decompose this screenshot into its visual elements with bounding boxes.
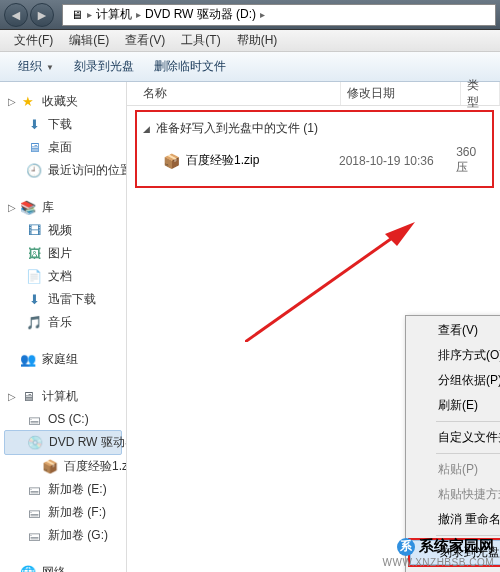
tool-organize[interactable]: 组织 bbox=[8, 54, 64, 79]
sidebar-item-file-zip[interactable]: 📦百度经验1.zip bbox=[4, 455, 122, 478]
sidebar-item-music[interactable]: 🎵音乐 bbox=[4, 311, 122, 334]
sidebar-label: 计算机 bbox=[42, 388, 78, 405]
column-name[interactable]: 名称 bbox=[137, 82, 341, 105]
sidebar-label: 下载 bbox=[48, 116, 72, 133]
annotation-arrow bbox=[245, 222, 415, 342]
cm-refresh[interactable]: 刷新(E) bbox=[408, 393, 500, 418]
sidebar-label: 音乐 bbox=[48, 314, 72, 331]
sidebar-computer[interactable]: ▷🖥计算机 bbox=[4, 385, 122, 408]
cm-paste-shortcut[interactable]: 粘贴快捷方式(S) bbox=[408, 482, 500, 507]
tool-burn[interactable]: 刻录到光盘 bbox=[64, 54, 144, 79]
breadcrumb-drive[interactable]: DVD RW 驱动器 (D:) bbox=[141, 6, 260, 23]
content-pane[interactable]: 名称 修改日期 类型 ◢ 准备好写入到光盘中的文件 (1) 📦 百度经验1.zi… bbox=[127, 82, 500, 572]
sidebar-item-drive-f[interactable]: 🖴新加卷 (F:) bbox=[4, 501, 122, 524]
document-icon: 📄 bbox=[26, 269, 42, 285]
sidebar-item-drive-c[interactable]: 🖴OS (C:) bbox=[4, 408, 122, 430]
annotation-box: ◢ 准备好写入到光盘中的文件 (1) 📦 百度经验1.zip 2018-10-1… bbox=[135, 110, 494, 188]
expand-icon bbox=[8, 567, 18, 572]
watermark-brand: 系统家园网 bbox=[419, 537, 494, 556]
context-menu: 查看(V)▶ 排序方式(O)▶ 分组依据(P)▶ 刷新(E) 自定义文件夹(F)… bbox=[405, 315, 500, 572]
nav-back-button[interactable]: ◄ bbox=[4, 3, 28, 27]
sidebar-favorites[interactable]: ▷★收藏夹 bbox=[4, 90, 122, 113]
section-header-label: 准备好写入到光盘中的文件 (1) bbox=[156, 120, 318, 137]
column-date[interactable]: 修改日期 bbox=[341, 82, 461, 105]
sidebar-item-desktop[interactable]: 🖥桌面 bbox=[4, 136, 122, 159]
chevron-right-icon: ▸ bbox=[260, 9, 265, 20]
section-header[interactable]: ◢ 准备好写入到光盘中的文件 (1) bbox=[141, 118, 488, 143]
sidebar-label: 图片 bbox=[48, 245, 72, 262]
svg-line-0 bbox=[245, 236, 395, 342]
logo-icon: 系 bbox=[397, 538, 415, 556]
sidebar-label: OS (C:) bbox=[48, 412, 89, 426]
sidebar-label: 收藏夹 bbox=[42, 93, 78, 110]
sidebar-item-pictures[interactable]: 🖼图片 bbox=[4, 242, 122, 265]
cm-sort[interactable]: 排序方式(O)▶ bbox=[408, 343, 500, 368]
sidebar-item-downloads[interactable]: ⬇下载 bbox=[4, 113, 122, 136]
breadcrumb[interactable]: 🖥 ▸ 计算机 ▸ DVD RW 驱动器 (D:) ▸ bbox=[62, 4, 496, 26]
expand-icon bbox=[8, 354, 18, 365]
sidebar: ▷★收藏夹 ⬇下载 🖥桌面 🕘最近访问的位置 ▷📚库 🎞视频 🖼图片 📄文档 ⬇… bbox=[0, 82, 127, 572]
video-icon: 🎞 bbox=[26, 223, 42, 239]
disk-icon: 🖴 bbox=[26, 411, 42, 427]
sidebar-libraries[interactable]: ▷📚库 bbox=[4, 196, 122, 219]
cm-customize[interactable]: 自定义文件夹(F)... bbox=[408, 425, 500, 450]
file-date: 2018-10-19 10:36 bbox=[339, 154, 456, 168]
computer-icon: 🖥 bbox=[20, 389, 36, 405]
menu-help[interactable]: 帮助(H) bbox=[229, 30, 286, 51]
nav-forward-button[interactable]: ► bbox=[30, 3, 54, 27]
recent-icon: 🕘 bbox=[26, 163, 42, 179]
breadcrumb-root-icon[interactable]: 🖥 bbox=[67, 8, 87, 22]
picture-icon: 🖼 bbox=[26, 246, 42, 262]
download-icon: ⬇ bbox=[26, 117, 42, 133]
sidebar-label: 新加卷 (E:) bbox=[48, 481, 107, 498]
sidebar-item-drive-g[interactable]: 🖴新加卷 (G:) bbox=[4, 524, 122, 547]
expand-icon: ▷ bbox=[8, 96, 18, 107]
menu-separator bbox=[436, 421, 500, 422]
expand-icon: ▷ bbox=[8, 202, 18, 213]
menu-view[interactable]: 查看(V) bbox=[117, 30, 173, 51]
download-icon: ⬇ bbox=[26, 292, 42, 308]
sidebar-homegroup[interactable]: 👥家庭组 bbox=[4, 348, 122, 371]
sidebar-label: 新加卷 (F:) bbox=[48, 504, 106, 521]
tool-delete-temp[interactable]: 删除临时文件 bbox=[144, 54, 236, 79]
sidebar-label: 家庭组 bbox=[42, 351, 78, 368]
disc-icon: 💿 bbox=[27, 435, 43, 451]
sidebar-label: 视频 bbox=[48, 222, 72, 239]
breadcrumb-computer[interactable]: 计算机 bbox=[92, 6, 136, 23]
file-type: 360压 bbox=[456, 145, 488, 176]
sidebar-item-recent[interactable]: 🕘最近访问的位置 bbox=[4, 159, 122, 182]
toolbar: 组织 刻录到光盘 删除临时文件 bbox=[0, 52, 500, 82]
sidebar-item-xunlei[interactable]: ⬇迅雷下载 bbox=[4, 288, 122, 311]
sidebar-item-documents[interactable]: 📄文档 bbox=[4, 265, 122, 288]
desktop-icon: 🖥 bbox=[26, 140, 42, 156]
cm-group[interactable]: 分组依据(P)▶ bbox=[408, 368, 500, 393]
file-row[interactable]: 📦 百度经验1.zip 2018-10-19 10:36 360压 bbox=[141, 143, 488, 178]
svg-marker-1 bbox=[385, 222, 415, 246]
disk-icon: 🖴 bbox=[26, 528, 42, 544]
cm-view[interactable]: 查看(V)▶ bbox=[408, 318, 500, 343]
column-type[interactable]: 类型 bbox=[461, 82, 500, 105]
collapse-icon: ◢ bbox=[143, 124, 150, 134]
sidebar-label: 百度经验1.zip bbox=[64, 458, 127, 475]
sidebar-label: 最近访问的位置 bbox=[48, 162, 127, 179]
sidebar-label: 网络 bbox=[42, 564, 66, 572]
menu-tools[interactable]: 工具(T) bbox=[173, 30, 228, 51]
sidebar-item-drive-d[interactable]: 💿DVD RW 驱动器 (D bbox=[4, 430, 122, 455]
cm-paste[interactable]: 粘贴(P) bbox=[408, 457, 500, 482]
sidebar-network[interactable]: 🌐网络 bbox=[4, 561, 122, 572]
star-icon: ★ bbox=[20, 94, 36, 110]
sidebar-item-drive-e[interactable]: 🖴新加卷 (E:) bbox=[4, 478, 122, 501]
menu-file[interactable]: 文件(F) bbox=[6, 30, 61, 51]
file-name: 百度经验1.zip bbox=[186, 152, 339, 169]
sidebar-label: DVD RW 驱动器 (D bbox=[49, 434, 127, 451]
menu-separator bbox=[436, 453, 500, 454]
cm-undo-rename[interactable]: 撤消 重命名(U)Ctrl+Z bbox=[408, 507, 500, 532]
sidebar-item-videos[interactable]: 🎞视频 bbox=[4, 219, 122, 242]
watermark-url: WWW.XNZHBSB.COM bbox=[383, 557, 494, 568]
sidebar-label: 桌面 bbox=[48, 139, 72, 156]
library-icon: 📚 bbox=[20, 200, 36, 216]
expand-icon: ▷ bbox=[8, 391, 18, 402]
menu-edit[interactable]: 编辑(E) bbox=[61, 30, 117, 51]
homegroup-icon: 👥 bbox=[20, 352, 36, 368]
watermark: 系系统家园网 WWW.XNZHBSB.COM bbox=[383, 537, 494, 568]
